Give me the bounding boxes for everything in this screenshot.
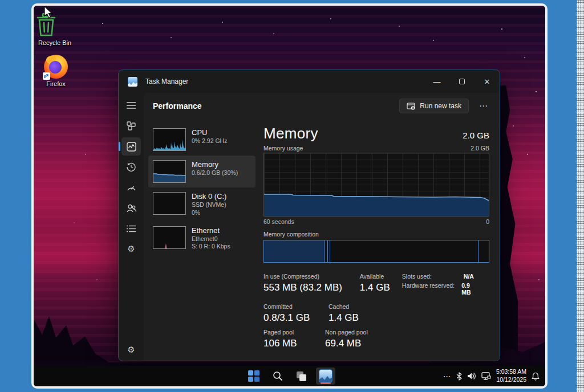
history-clock-icon	[127, 162, 136, 172]
minimize-button[interactable]: —	[424, 70, 449, 93]
perf-item-sub: SSD (NVMe)	[192, 201, 226, 209]
paged-pool-label: Paged pool	[263, 329, 316, 336]
performance-card: Performance Run new task ⋯	[144, 93, 500, 361]
settings-gear-icon: ⚙	[127, 345, 135, 355]
nav-startup-apps[interactable]	[121, 178, 141, 197]
perf-item-memory[interactable]: Memory 0.6/2.0 GB (30%)	[148, 156, 256, 187]
perf-item-sub2: S: 0 R: 0 Kbps	[192, 243, 230, 251]
nav-details[interactable]	[121, 219, 141, 238]
perf-item-name: CPU	[192, 128, 227, 137]
desktop-icon-label: Firefox	[36, 80, 76, 87]
services-gear-icon: ⚙	[127, 244, 135, 254]
start-button[interactable]	[244, 368, 263, 385]
window-title: Task Manager	[145, 77, 188, 85]
run-new-task-button[interactable]: Run new task	[399, 99, 469, 113]
search-icon	[273, 371, 283, 381]
timeline-end-label: 0	[486, 218, 489, 225]
shortcut-arrow-badge	[43, 72, 50, 80]
wallpaper-stars	[34, 6, 35, 7]
speaker-icon	[467, 372, 476, 380]
maximize-icon	[459, 79, 465, 84]
memory-sparkline	[153, 160, 186, 183]
nav-processes[interactable]	[121, 117, 141, 135]
perf-item-sub2: 0%	[192, 209, 226, 217]
memory-composition-bar	[263, 240, 489, 263]
nav-performance[interactable]	[121, 137, 141, 156]
mouse-cursor	[44, 6, 54, 19]
firefox-globe	[49, 61, 62, 74]
performance-list: CPU 0% 2.92 GHz	[148, 124, 256, 355]
memory-usage-graph	[263, 153, 489, 217]
task-view-button[interactable]	[292, 368, 311, 385]
navigation-rail: ⚙ ⚙	[119, 93, 144, 361]
perf-item-sub: 0% 2.92 GHz	[192, 137, 227, 145]
bluetooth-button[interactable]	[456, 372, 462, 381]
usage-graph-label: Memory usage	[263, 145, 303, 152]
hardware-reserved-label: Hardware reserved:	[402, 282, 461, 296]
available-label: Available	[360, 273, 393, 280]
maximize-button[interactable]	[449, 70, 474, 93]
nav-app-history[interactable]	[121, 158, 141, 176]
perf-item-name: Disk 0 (C:)	[192, 192, 226, 201]
cached-label: Cached	[328, 303, 359, 310]
available-value: 1.4 GB	[360, 282, 393, 293]
composition-free-divider	[478, 240, 478, 262]
perf-item-disk[interactable]: Disk 0 (C:) SSD (NVMe) 0%	[148, 187, 256, 222]
memory-title: Memory	[263, 125, 318, 142]
nav-menu-button[interactable]	[121, 96, 141, 115]
run-task-icon	[407, 103, 415, 110]
task-manager-app-icon	[128, 77, 137, 87]
composition-modified-divider	[327, 240, 328, 262]
notifications-button[interactable]	[532, 372, 540, 381]
taskbar-clock[interactable]: 5:03:58 AM 10/12/2025	[496, 368, 526, 383]
tray-overflow-button[interactable]: ⋯	[443, 372, 451, 381]
desktop-icon-recycle-bin[interactable]: Recycle Bin	[35, 13, 75, 46]
committed-value: 0.8/3.1 GB	[263, 312, 319, 324]
close-button[interactable]: ✕	[474, 70, 500, 93]
page-title: Performance	[153, 101, 202, 111]
settings-button[interactable]: ⚙	[119, 345, 144, 355]
usage-axis-max: 2.0 GB	[471, 145, 489, 152]
windows-start-icon	[248, 370, 259, 382]
bluetooth-icon	[456, 372, 462, 381]
network-button[interactable]	[481, 372, 491, 380]
search-button[interactable]	[268, 368, 287, 385]
title-bar[interactable]: Task Manager — ✕	[119, 70, 500, 93]
volume-button[interactable]	[467, 372, 476, 380]
cached-value: 1.4 GB	[328, 312, 359, 324]
hardware-reserved-value: 0.9 MB	[461, 282, 480, 296]
more-options-button[interactable]: ⋯	[476, 100, 492, 112]
nonpaged-pool-value: 69.4 MB	[325, 338, 368, 349]
nav-users[interactable]	[121, 199, 141, 217]
composition-standby-divider	[330, 240, 330, 262]
task-manager-window: Task Manager — ✕	[118, 70, 500, 361]
perf-item-cpu[interactable]: CPU 0% 2.92 GHz	[148, 124, 256, 156]
processes-icon	[127, 121, 136, 130]
memory-capacity: 2.0 GB	[463, 130, 489, 140]
performance-icon	[127, 142, 136, 152]
composition-label: Memory composition	[263, 231, 489, 238]
nonpaged-pool-label: Non-paged pool	[325, 329, 368, 336]
task-manager-taskbar-icon	[319, 369, 332, 383]
perf-item-sub: Ethernet0	[192, 235, 230, 243]
gauge-icon	[127, 183, 136, 191]
in-use-value: 553 MB (83.2 MB)	[263, 282, 351, 293]
in-use-label: In use (Compressed)	[263, 273, 351, 280]
nav-services[interactable]: ⚙	[121, 240, 141, 258]
perf-item-sub: 0.6/2.0 GB (30%)	[192, 169, 238, 177]
users-icon	[127, 204, 136, 213]
desktop-icon-label: Recycle Bin	[35, 39, 75, 46]
ethernet-sparkline	[153, 226, 186, 249]
slots-used-value: N/A	[464, 273, 474, 280]
cpu-sparkline	[153, 128, 186, 151]
hamburger-icon	[127, 102, 136, 109]
memory-stats: In use (Compressed) 553 MB (83.2 MB) Ava…	[263, 273, 489, 349]
timeline-start-label: 60 seconds	[263, 218, 294, 225]
desktop-icon-firefox[interactable]: Firefox	[36, 55, 76, 87]
perf-item-ethernet[interactable]: Ethernet Ethernet0 S: 0 R: 0 Kbps	[148, 222, 256, 256]
taskbar-task-manager-button[interactable]	[316, 368, 335, 385]
slots-used-label: Slots used:	[402, 273, 464, 280]
taskbar: ⋯ 5:03:58 AM	[34, 366, 545, 386]
page-edge-text-noise	[577, 0, 584, 392]
clock-date: 10/12/2025	[496, 376, 526, 384]
